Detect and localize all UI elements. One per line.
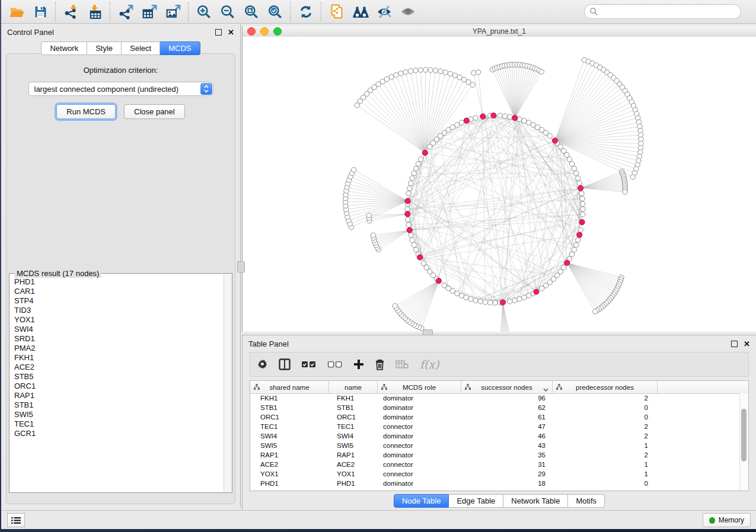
mcds-result-item[interactable]: RAP1 (14, 391, 224, 400)
mcds-result-item[interactable]: YOX1 (14, 315, 224, 325)
select-all-icon[interactable] (301, 355, 317, 373)
dominator-node[interactable] (417, 255, 423, 260)
table-cell[interactable]: dominator (378, 432, 461, 440)
table-cell[interactable]: connector (378, 470, 461, 477)
table-scrollbar-thumb[interactable] (741, 409, 747, 462)
column-header-name[interactable]: name (329, 381, 378, 393)
export-table-icon[interactable] (138, 2, 161, 22)
table-cell[interactable]: YOX1 (250, 470, 329, 477)
column-header-predecessor-nodes[interactable]: predecessor nodes (553, 381, 658, 393)
table-row[interactable]: ACE2ACE2connector311 (250, 460, 740, 469)
table-cell[interactable]: connector (378, 423, 461, 430)
table-cell[interactable]: TEC1 (329, 423, 378, 430)
mcds-result-item[interactable]: PMA2 (14, 344, 224, 353)
table-cell[interactable]: 47 (461, 423, 553, 430)
task-history-button[interactable] (7, 513, 25, 527)
zoom-in-icon[interactable] (192, 2, 216, 22)
dominator-node[interactable] (407, 227, 412, 233)
table-cell[interactable]: 62 (461, 404, 553, 411)
table-cell[interactable]: STB1 (329, 404, 378, 411)
dominator-node[interactable] (578, 185, 583, 191)
show-all-icon[interactable] (396, 2, 420, 22)
table-cell[interactable]: 31 (461, 461, 553, 468)
dominator-node[interactable] (512, 115, 518, 120)
mcds-result-list[interactable]: PHD1CAR1STP4TID3YOX1SWI4SRD1PMA2FKH1ACE2… (9, 277, 224, 492)
save-session-icon[interactable] (28, 2, 52, 22)
tab-edge-table[interactable]: Edge Table (449, 494, 503, 508)
fit-content-icon[interactable] (240, 2, 263, 22)
dominator-node[interactable] (436, 278, 441, 283)
mcds-result-item[interactable]: ACE2 (14, 363, 224, 372)
vertical-splitter-handle[interactable] (237, 261, 245, 273)
table-cell[interactable]: ORC1 (329, 414, 378, 421)
network-graph[interactable] (243, 37, 756, 332)
import-network-file-icon[interactable] (59, 2, 83, 22)
dominator-node[interactable] (579, 219, 585, 225)
dominator-node[interactable] (500, 300, 505, 305)
refresh-view-icon[interactable] (294, 2, 318, 22)
table-cell[interactable]: SWI4 (329, 432, 378, 440)
table-cell[interactable]: 0 (553, 404, 658, 411)
table-cell[interactable]: 2 (553, 423, 658, 430)
dominator-node[interactable] (405, 198, 410, 204)
dominator-node[interactable] (405, 211, 410, 217)
hide-selected-icon[interactable] (372, 2, 396, 22)
search-field[interactable] (584, 4, 741, 19)
table-cell[interactable]: 1 (553, 461, 658, 468)
float-table-panel-icon[interactable] (731, 341, 738, 347)
table-cell[interactable]: 2 (553, 451, 658, 459)
table-cell[interactable]: PHD1 (329, 480, 378, 487)
table-row[interactable]: TEC1TEC1connector472 (250, 422, 740, 431)
table-cell[interactable]: 35 (461, 451, 553, 459)
close-panel-icon[interactable]: ✕ (228, 30, 234, 35)
table-cell[interactable]: dominator (378, 414, 461, 421)
table-cell[interactable]: 0 (553, 480, 658, 487)
run-mcds-button[interactable]: Run MCDS (56, 104, 116, 119)
column-header-shared-name[interactable]: shared name (250, 381, 329, 393)
delete-entry-icon[interactable] (375, 355, 385, 373)
table-row[interactable]: PHD1PHD1dominator180 (250, 479, 740, 488)
dominator-node[interactable] (577, 232, 582, 238)
network-window-titlebar[interactable]: YPA_prune.txt_1 (243, 26, 756, 37)
add-entry-icon[interactable] (353, 355, 364, 373)
dominator-node[interactable] (564, 260, 570, 265)
float-panel-icon[interactable] (215, 29, 222, 36)
table-cell[interactable]: SWI5 (250, 442, 329, 449)
table-cell[interactable]: FKH1 (329, 395, 378, 402)
tab-style[interactable]: Style (87, 41, 122, 55)
close-table-panel-icon[interactable]: ✕ (744, 341, 750, 347)
table-cell[interactable]: YOX1 (329, 470, 378, 477)
mcds-result-item[interactable]: SRD1 (14, 334, 224, 344)
table-cell[interactable]: 2 (553, 395, 658, 402)
column-header-successor-nodes[interactable]: successor nodes (461, 381, 553, 393)
table-cell[interactable]: dominator (378, 451, 461, 459)
table-cell[interactable]: TEC1 (250, 423, 329, 430)
table-row[interactable]: SWI5SWI5connector431 (250, 441, 740, 450)
search-input[interactable] (598, 7, 731, 17)
table-cell[interactable]: PHD1 (250, 480, 329, 487)
dominator-node[interactable] (422, 150, 428, 155)
tab-network-table[interactable]: Network Table (503, 494, 568, 508)
table-cell[interactable]: ORC1 (250, 414, 329, 421)
table-cell[interactable]: FKH1 (250, 395, 329, 402)
table-cell[interactable]: SWI5 (329, 442, 378, 449)
mcds-result-item[interactable]: PHD1 (14, 277, 224, 287)
export-image-icon[interactable] (161, 2, 185, 22)
table-cell[interactable]: SWI4 (250, 432, 329, 440)
table-row[interactable]: STB1STB1dominator620 (250, 403, 740, 412)
table-cell[interactable]: RAP1 (250, 451, 329, 459)
import-table-file-icon[interactable] (83, 2, 107, 22)
dominator-node[interactable] (534, 289, 539, 294)
table-cell[interactable]: 1 (553, 442, 658, 449)
mcds-result-item[interactable]: CAR1 (14, 287, 224, 296)
select-stepper-icon[interactable] (200, 83, 212, 95)
mcds-result-item[interactable]: ORC1 (14, 382, 224, 391)
dominator-node[interactable] (464, 118, 469, 123)
mcds-result-item[interactable]: STP4 (14, 296, 224, 306)
tab-network[interactable]: Network (41, 41, 87, 55)
dominator-node[interactable] (480, 114, 486, 119)
horizontal-splitter-handle[interactable] (423, 329, 433, 335)
table-cell[interactable]: connector (378, 442, 461, 449)
deselect-all-icon[interactable] (327, 355, 343, 373)
first-neighbors-icon[interactable] (349, 2, 372, 22)
